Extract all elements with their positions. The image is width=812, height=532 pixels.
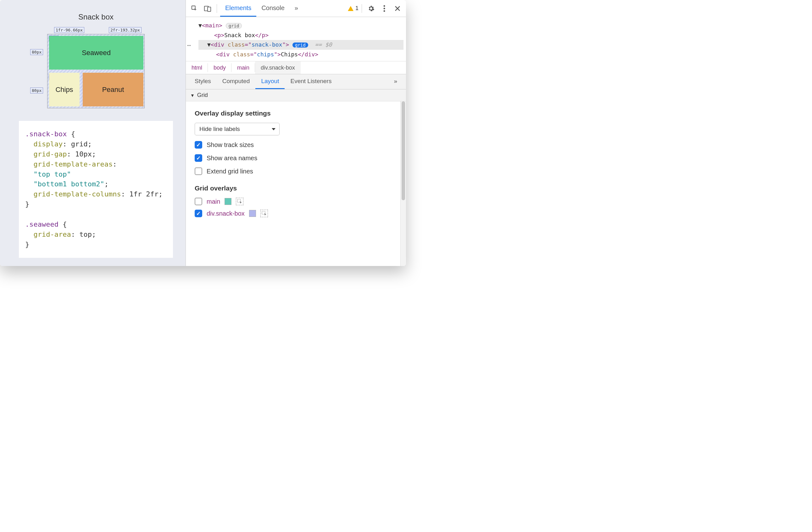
element-picker-icon[interactable] (260, 210, 268, 217)
warning-icon (348, 6, 353, 11)
toolbar-separator (217, 4, 217, 13)
tab-elements[interactable]: Elements (220, 0, 256, 17)
warning-indicator[interactable]: 1 (348, 5, 359, 12)
col-label-1: 1fr·96.66px (54, 27, 84, 33)
section-grid-header[interactable]: ▼ Grid (186, 89, 406, 101)
dom-node-p[interactable]: <p>Snack box</p> (199, 30, 404, 40)
dom-breadcrumb: html body main div.snack-box (186, 61, 406, 74)
chevron-down-icon (272, 128, 275, 130)
overlay-snackbox-label[interactable]: div.snack-box (207, 210, 245, 217)
scrollbar-thumb[interactable] (402, 101, 405, 200)
tab-console[interactable]: Console (256, 0, 289, 17)
checkbox-area-names[interactable] (195, 154, 202, 162)
col-label-2: 2fr·193.32px (109, 27, 142, 33)
settings-icon[interactable] (365, 2, 377, 14)
crumb-snackbox[interactable]: div.snack-box (255, 61, 301, 74)
overlay-snackbox-row: div.snack-box (195, 210, 397, 217)
svg-point-4 (384, 8, 385, 9)
cell-peanut: Peanut (83, 73, 143, 107)
subtab-styles[interactable]: Styles (189, 74, 217, 89)
overlay-main-row: main (195, 198, 397, 205)
overlay-main-swatch[interactable] (224, 198, 231, 205)
devtools-panel: Elements Console » 1 ▼<main> grid <p>S (186, 0, 406, 266)
crumb-html[interactable]: html (186, 61, 208, 74)
toolbar-separator (362, 4, 362, 13)
svg-point-5 (384, 10, 385, 12)
scrollbar[interactable] (400, 101, 406, 266)
snack-box-grid: Seaweed Chips Peanut (47, 34, 145, 108)
devtools-toolbar: Elements Console » 1 (186, 0, 406, 17)
line-labels-select[interactable]: Hide line labels (195, 123, 279, 135)
styles-subtabs: Styles Computed Layout Event Listeners » (186, 74, 406, 89)
svg-rect-2 (207, 7, 211, 11)
row-label-2: 80px (30, 87, 43, 94)
subtabs-overflow[interactable]: » (388, 74, 403, 89)
overlay-snackbox-swatch[interactable] (249, 210, 256, 217)
page-title: Snack box (19, 13, 173, 22)
device-toggle-icon[interactable] (202, 2, 214, 14)
subtab-layout[interactable]: Layout (255, 74, 285, 89)
overlay-snackbox-checkbox[interactable] (195, 210, 202, 217)
inspect-icon[interactable] (188, 2, 200, 14)
checkbox-area-names-label: Show area names (207, 155, 257, 162)
show-track-sizes-row[interactable]: Show track sizes (195, 141, 397, 149)
disclosure-icon: ▼ (190, 93, 195, 98)
subtab-event-listeners[interactable]: Event Listeners (285, 74, 337, 89)
section-grid-title: Grid (197, 92, 208, 99)
dom-node-main[interactable]: ▼<main> grid (199, 21, 404, 30)
page-viewport: Snack box 1fr·96.66px 2fr·193.32px 80px … (0, 0, 186, 266)
crumb-body[interactable]: body (208, 61, 231, 74)
svg-point-3 (384, 5, 385, 6)
checkbox-track-sizes[interactable] (195, 141, 202, 149)
overlay-main-checkbox[interactable] (195, 198, 202, 205)
overlay-settings-heading: Overlay display settings (195, 110, 397, 117)
css-snippet: .snack-box { display: grid; grid-gap: 10… (19, 121, 173, 258)
close-icon[interactable] (392, 2, 404, 14)
subtab-computed[interactable]: Computed (217, 74, 256, 89)
warning-count: 1 (356, 5, 359, 12)
checkbox-extend-lines-label: Extend grid lines (207, 168, 253, 175)
main-tabs: Elements Console » (220, 0, 303, 17)
grid-overlays-heading: Grid overlays (195, 184, 397, 192)
dom-node-snackbox[interactable]: ▼<div class="snack-box"> grid == $0 (199, 40, 404, 50)
grid-demo-wrap: 1fr·96.66px 2fr·193.32px 80px 80px top b… (47, 34, 145, 108)
overlay-main-label[interactable]: main (207, 198, 220, 205)
dom-tree[interactable]: ▼<main> grid <p>Snack box</p> ▼<div clas… (186, 17, 406, 61)
show-area-names-row[interactable]: Show area names (195, 154, 397, 162)
tabs-overflow[interactable]: » (290, 0, 303, 17)
cell-seaweed: Seaweed (49, 36, 143, 70)
extend-grid-lines-row[interactable]: Extend grid lines (195, 167, 397, 175)
layout-panel-body: Overlay display settings Hide line label… (186, 101, 406, 266)
dom-node-chips[interactable]: <div class="chips">Chips</div> (199, 50, 404, 59)
checkbox-track-sizes-label: Show track sizes (207, 141, 254, 149)
kebab-menu-icon[interactable] (378, 2, 390, 14)
crumb-main[interactable]: main (231, 61, 255, 74)
row-label-1: 80px (30, 49, 43, 55)
element-picker-icon[interactable] (236, 198, 243, 205)
app-window: Snack box 1fr·96.66px 2fr·193.32px 80px … (0, 0, 406, 266)
cell-chips: Chips (49, 73, 79, 107)
checkbox-extend-lines[interactable] (195, 167, 202, 175)
select-value: Hide line labels (199, 126, 240, 132)
